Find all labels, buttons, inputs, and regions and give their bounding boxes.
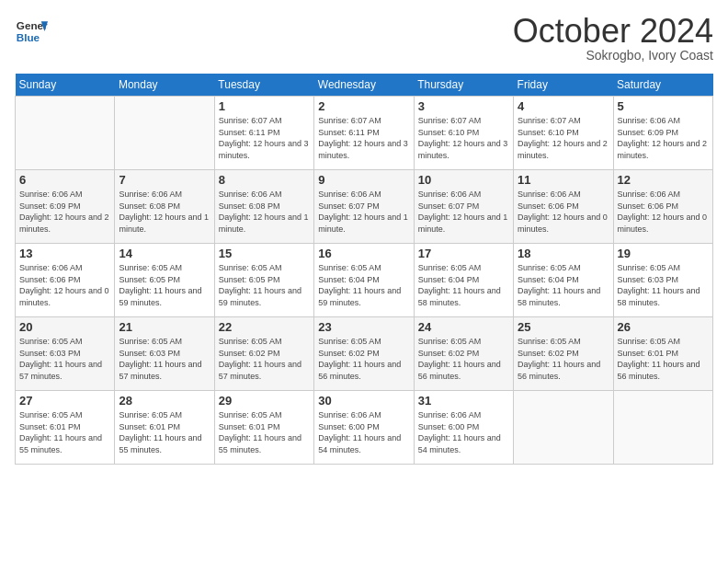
calendar-cell: 4Sunrise: 6:07 AM Sunset: 6:10 PM Daylig… <box>514 97 613 170</box>
day-number: 30 <box>318 394 409 408</box>
day-detail: Sunrise: 6:06 AM Sunset: 6:00 PM Dayligh… <box>318 409 409 455</box>
calendar-cell: 2Sunrise: 6:07 AM Sunset: 6:11 PM Daylig… <box>314 97 414 170</box>
day-detail: Sunrise: 6:07 AM Sunset: 6:11 PM Dayligh… <box>219 115 310 161</box>
calendar-week-row: 20Sunrise: 6:05 AM Sunset: 6:03 PM Dayli… <box>16 317 713 391</box>
calendar-cell: 11Sunrise: 6:06 AM Sunset: 6:06 PM Dayli… <box>514 170 613 244</box>
day-detail: Sunrise: 6:06 AM Sunset: 6:08 PM Dayligh… <box>119 189 210 235</box>
day-detail: Sunrise: 6:06 AM Sunset: 6:06 PM Dayligh… <box>518 189 609 235</box>
day-number: 23 <box>318 320 409 334</box>
day-number: 10 <box>418 173 509 187</box>
calendar-cell: 14Sunrise: 6:05 AM Sunset: 6:05 PM Dayli… <box>115 244 214 317</box>
calendar-cell: 28Sunrise: 6:05 AM Sunset: 6:01 PM Dayli… <box>115 391 214 465</box>
calendar-cell: 21Sunrise: 6:05 AM Sunset: 6:03 PM Dayli… <box>115 317 214 391</box>
weekday-header: Tuesday <box>214 74 313 97</box>
day-number: 2 <box>318 99 409 113</box>
day-detail: Sunrise: 6:05 AM Sunset: 6:02 PM Dayligh… <box>219 336 310 382</box>
calendar-cell: 23Sunrise: 6:05 AM Sunset: 6:02 PM Dayli… <box>314 317 414 391</box>
day-detail: Sunrise: 6:06 AM Sunset: 6:00 PM Dayligh… <box>418 409 509 455</box>
weekday-header: Saturday <box>613 74 712 97</box>
title-block: October 2024 Sokrogbo, Ivory Coast <box>513 15 713 63</box>
day-detail: Sunrise: 6:06 AM Sunset: 6:07 PM Dayligh… <box>418 189 509 235</box>
day-detail: Sunrise: 6:07 AM Sunset: 6:10 PM Dayligh… <box>518 115 609 161</box>
day-number: 31 <box>418 394 509 408</box>
calendar-cell: 19Sunrise: 6:05 AM Sunset: 6:03 PM Dayli… <box>613 244 712 317</box>
day-number: 20 <box>19 320 110 334</box>
calendar-table: SundayMondayTuesdayWednesdayThursdayFrid… <box>15 74 713 465</box>
weekday-header: Thursday <box>414 74 513 97</box>
calendar-cell <box>514 391 613 465</box>
day-number: 17 <box>418 247 509 260</box>
calendar-cell: 5Sunrise: 6:06 AM Sunset: 6:09 PM Daylig… <box>613 97 712 170</box>
day-detail: Sunrise: 6:06 AM Sunset: 6:08 PM Dayligh… <box>219 189 310 235</box>
calendar-cell: 1Sunrise: 6:07 AM Sunset: 6:11 PM Daylig… <box>214 97 313 170</box>
page-header: General Blue October 2024 Sokrogbo, Ivor… <box>15 15 713 63</box>
day-detail: Sunrise: 6:05 AM Sunset: 6:05 PM Dayligh… <box>219 262 310 308</box>
day-detail: Sunrise: 6:07 AM Sunset: 6:11 PM Dayligh… <box>318 115 409 161</box>
calendar-week-row: 13Sunrise: 6:06 AM Sunset: 6:06 PM Dayli… <box>16 244 713 317</box>
day-detail: Sunrise: 6:06 AM Sunset: 6:09 PM Dayligh… <box>618 115 709 161</box>
day-number: 22 <box>219 320 310 334</box>
weekday-header: Friday <box>514 74 613 97</box>
calendar-cell: 9Sunrise: 6:06 AM Sunset: 6:07 PM Daylig… <box>314 170 414 244</box>
day-number: 25 <box>518 320 609 334</box>
calendar-cell: 27Sunrise: 6:05 AM Sunset: 6:01 PM Dayli… <box>16 391 115 465</box>
day-number: 15 <box>219 247 310 260</box>
location-subtitle: Sokrogbo, Ivory Coast <box>513 48 713 63</box>
day-detail: Sunrise: 6:05 AM Sunset: 6:02 PM Dayligh… <box>518 336 609 382</box>
calendar-cell: 22Sunrise: 6:05 AM Sunset: 6:02 PM Dayli… <box>214 317 313 391</box>
day-detail: Sunrise: 6:06 AM Sunset: 6:07 PM Dayligh… <box>318 189 409 235</box>
day-detail: Sunrise: 6:06 AM Sunset: 6:06 PM Dayligh… <box>618 189 709 235</box>
day-detail: Sunrise: 6:07 AM Sunset: 6:10 PM Dayligh… <box>418 115 509 161</box>
calendar-cell: 30Sunrise: 6:06 AM Sunset: 6:00 PM Dayli… <box>314 391 414 465</box>
calendar-cell: 13Sunrise: 6:06 AM Sunset: 6:06 PM Dayli… <box>16 244 115 317</box>
day-detail: Sunrise: 6:06 AM Sunset: 6:09 PM Dayligh… <box>19 189 110 235</box>
day-number: 3 <box>418 99 509 113</box>
calendar-cell: 10Sunrise: 6:06 AM Sunset: 6:07 PM Dayli… <box>414 170 513 244</box>
day-detail: Sunrise: 6:05 AM Sunset: 6:03 PM Dayligh… <box>618 262 709 308</box>
day-number: 28 <box>119 394 210 408</box>
day-number: 12 <box>618 173 709 187</box>
calendar-cell: 29Sunrise: 6:05 AM Sunset: 6:01 PM Dayli… <box>214 391 313 465</box>
day-detail: Sunrise: 6:05 AM Sunset: 6:03 PM Dayligh… <box>119 336 210 382</box>
day-detail: Sunrise: 6:05 AM Sunset: 6:04 PM Dayligh… <box>318 262 409 308</box>
calendar-cell: 25Sunrise: 6:05 AM Sunset: 6:02 PM Dayli… <box>514 317 613 391</box>
day-detail: Sunrise: 6:05 AM Sunset: 6:04 PM Dayligh… <box>418 262 509 308</box>
day-number: 9 <box>318 173 409 187</box>
calendar-cell: 20Sunrise: 6:05 AM Sunset: 6:03 PM Dayli… <box>16 317 115 391</box>
day-number: 21 <box>119 320 210 334</box>
day-number: 13 <box>19 247 110 260</box>
weekday-header: Wednesday <box>314 74 414 97</box>
day-number: 7 <box>119 173 210 187</box>
day-number: 18 <box>518 247 609 260</box>
calendar-cell: 8Sunrise: 6:06 AM Sunset: 6:08 PM Daylig… <box>214 170 313 244</box>
month-title: October 2024 <box>513 15 713 48</box>
day-detail: Sunrise: 6:05 AM Sunset: 6:04 PM Dayligh… <box>518 262 609 308</box>
day-detail: Sunrise: 6:05 AM Sunset: 6:01 PM Dayligh… <box>618 336 709 382</box>
calendar-cell: 18Sunrise: 6:05 AM Sunset: 6:04 PM Dayli… <box>514 244 613 317</box>
day-number: 24 <box>418 320 509 334</box>
day-number: 16 <box>318 247 409 260</box>
weekday-header: Sunday <box>16 74 115 97</box>
calendar-cell: 12Sunrise: 6:06 AM Sunset: 6:06 PM Dayli… <box>613 170 712 244</box>
day-number: 5 <box>618 99 709 113</box>
day-detail: Sunrise: 6:05 AM Sunset: 6:01 PM Dayligh… <box>119 409 210 455</box>
calendar-cell <box>115 97 214 170</box>
day-detail: Sunrise: 6:05 AM Sunset: 6:02 PM Dayligh… <box>318 336 409 382</box>
day-detail: Sunrise: 6:05 AM Sunset: 6:05 PM Dayligh… <box>119 262 210 308</box>
calendar-cell: 17Sunrise: 6:05 AM Sunset: 6:04 PM Dayli… <box>414 244 513 317</box>
calendar-cell: 26Sunrise: 6:05 AM Sunset: 6:01 PM Dayli… <box>613 317 712 391</box>
weekday-header: Monday <box>115 74 214 97</box>
day-detail: Sunrise: 6:05 AM Sunset: 6:01 PM Dayligh… <box>219 409 310 455</box>
calendar-cell <box>613 391 712 465</box>
day-detail: Sunrise: 6:05 AM Sunset: 6:02 PM Dayligh… <box>418 336 509 382</box>
calendar-week-row: 6Sunrise: 6:06 AM Sunset: 6:09 PM Daylig… <box>16 170 713 244</box>
svg-text:Blue: Blue <box>17 31 40 43</box>
day-number: 11 <box>518 173 609 187</box>
day-detail: Sunrise: 6:05 AM Sunset: 6:01 PM Dayligh… <box>19 409 110 455</box>
day-number: 29 <box>219 394 310 408</box>
calendar-cell: 3Sunrise: 6:07 AM Sunset: 6:10 PM Daylig… <box>414 97 513 170</box>
day-number: 4 <box>518 99 609 113</box>
day-number: 27 <box>19 394 110 408</box>
calendar-week-row: 27Sunrise: 6:05 AM Sunset: 6:01 PM Dayli… <box>16 391 713 465</box>
day-number: 6 <box>19 173 110 187</box>
